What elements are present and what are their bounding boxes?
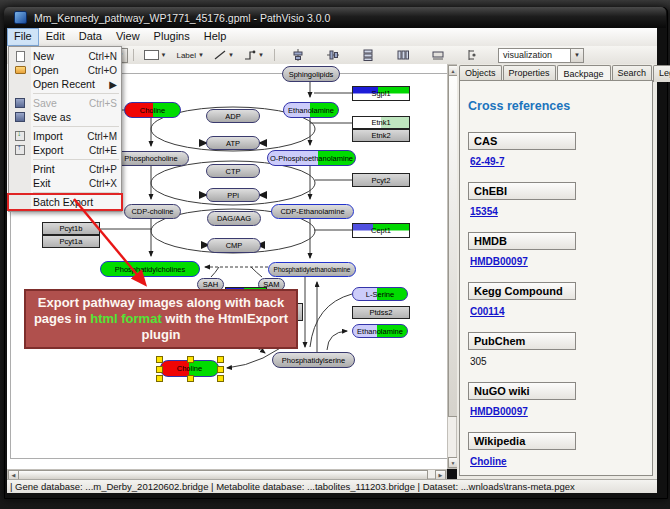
cross-reference-link[interactable]: Choline — [470, 456, 507, 467]
status-text: | Gene database: ...m_Derby_20120602.bri… — [10, 481, 575, 492]
toolbar-separator — [133, 49, 134, 61]
new-document-icon — [16, 51, 25, 62]
cross-reference-link[interactable]: 15354 — [470, 206, 498, 217]
cross-reference-link[interactable]: 62-49-7 — [470, 156, 504, 167]
node-dag-aag[interactable]: DAG/AAG — [207, 211, 261, 226]
node-ethanolamine-top[interactable]: Ethanolamine — [283, 102, 339, 118]
menu-item-save-as[interactable]: Save as — [9, 110, 121, 124]
database-name: NuGO wiki — [468, 382, 576, 400]
cross-reference-section: NuGO wiki HMDB00097 — [468, 381, 644, 417]
menu-plugins[interactable]: Plugins — [147, 28, 197, 46]
desktop: Mm_Kennedy_pathway_WP1771_45176.gpml - P… — [0, 0, 670, 509]
gene-pcyt1a[interactable]: Pcyt1a — [42, 235, 100, 248]
database-id: HMDB00097 — [470, 256, 644, 267]
gene-pcyt2[interactable]: Pcyt2 — [352, 173, 410, 187]
menu-item-open-recent[interactable]: Open Recent ▶ — [9, 77, 121, 91]
menu-item-label: Export — [31, 144, 89, 156]
gene-sgpl1[interactable]: Sgpl1 — [352, 86, 410, 101]
visualization-combobox[interactable]: visualization ▼ — [498, 48, 584, 63]
selection-mode-button[interactable] — [463, 47, 481, 64]
vertical-scrollbar[interactable]: ▲ ▼ — [447, 64, 457, 469]
selection-handle[interactable] — [156, 375, 163, 382]
horizontal-scrollbar[interactable]: ◀ ▶ — [7, 469, 447, 479]
node-sphingolipids[interactable]: Sphingolipids — [282, 66, 340, 82]
menu-item-exit[interactable]: Exit Ctrl+X — [9, 176, 121, 190]
menu-item-batch-export[interactable]: Batch Export — [9, 195, 121, 209]
node-atp[interactable]: ATP — [206, 136, 260, 150]
selection-handle[interactable] — [187, 356, 194, 363]
node-cdp-ethanolamine[interactable]: CDP-Ethanolamine — [271, 204, 354, 219]
line-icon — [214, 50, 226, 60]
selection-handle[interactable] — [217, 356, 224, 363]
node-phosphatidylethanolamine[interactable]: Phosphatidylethanolamine — [268, 262, 356, 277]
menu-item-shortcut: Ctrl+N — [88, 51, 117, 62]
node-ethanolamine-bottom[interactable]: Ethanolamine — [352, 324, 408, 338]
database-name: Kegg Compound — [468, 282, 576, 300]
datanode-icon — [144, 50, 159, 60]
menu-item-export[interactable]: Export Ctrl+E — [9, 143, 121, 157]
stack-vertical-button[interactable] — [358, 47, 378, 64]
selection-handle[interactable] — [217, 375, 224, 382]
menu-item-label: New — [31, 50, 88, 62]
common-size-button[interactable] — [428, 47, 448, 64]
node-ppi[interactable]: PPi — [206, 188, 260, 202]
menu-item-label: Batch Export — [31, 196, 117, 208]
menu-item-open[interactable]: Open Ctrl+O — [9, 63, 121, 77]
node-phosphocholine[interactable]: Phosphocholine — [113, 151, 189, 166]
window-title: Mm_Kennedy_pathway_WP1771_45176.gpml - P… — [34, 12, 330, 24]
draw-connector-button[interactable]: ▼ — [240, 47, 268, 64]
node-adp[interactable]: ADP — [206, 109, 260, 123]
cross-reference-link[interactable]: HMDB00097 — [470, 256, 528, 267]
menu-item-save[interactable]: Save Ctrl+S — [9, 96, 121, 110]
align-vertical-center-button[interactable] — [288, 47, 308, 64]
cross-reference-section: ChEBI 15354 — [468, 181, 644, 217]
align-horizontal-center-button[interactable] — [323, 47, 343, 64]
menu-edit[interactable]: Edit — [39, 28, 72, 46]
database-id: 305 — [470, 356, 644, 367]
menu-item-label: Open Recent — [31, 78, 109, 90]
node-o-phosphoethanolamine[interactable]: O-Phosphoethanolamine — [267, 150, 356, 166]
selection-handle[interactable] — [187, 375, 194, 382]
title-bar[interactable]: Mm_Kennedy_pathway_WP1771_45176.gpml - P… — [4, 7, 666, 28]
gene-cept1[interactable]: Cept1 — [352, 223, 410, 238]
gene-ptdss2[interactable]: Ptdss2 — [352, 306, 410, 319]
cross-reference-section: PubChem 305 — [468, 331, 644, 367]
gene-etnk1[interactable]: Etnk1 — [352, 116, 410, 129]
menu-item-print[interactable]: Print Ctrl+P — [9, 162, 121, 176]
tab-legend[interactable]: Legend — [653, 65, 670, 82]
node-phosphatidylcholines[interactable]: Phosphatidylcholines — [100, 261, 200, 277]
node-cdp-choline[interactable]: CDP-choline — [124, 204, 181, 219]
selection-handle[interactable] — [156, 366, 163, 373]
visualization-dropdown-icon[interactable]: ▼ — [570, 49, 583, 62]
align-horizontal-center-icon — [327, 49, 339, 61]
gene-pcyt1b[interactable]: Pcyt1b — [42, 222, 100, 235]
menu-item-shortcut: Ctrl+O — [88, 65, 117, 76]
menu-file[interactable]: File — [7, 28, 39, 46]
menu-help[interactable]: Help — [197, 28, 234, 46]
node-choline-top[interactable]: Choline — [124, 102, 181, 118]
selection-handle[interactable] — [156, 356, 163, 363]
node-ctp[interactable]: CTP — [206, 164, 260, 178]
label-button-text: Label — [176, 51, 196, 60]
menu-view[interactable]: View — [109, 28, 147, 46]
toolbar-separator — [274, 49, 275, 61]
menu-item-new[interactable]: New Ctrl+N — [9, 49, 121, 63]
menu-data[interactable]: Data — [72, 28, 109, 46]
cross-reference-link[interactable]: C00114 — [470, 306, 504, 317]
node-l-serine[interactable]: L-Serine — [352, 287, 408, 301]
selection-handle[interactable] — [217, 366, 224, 373]
draw-line-button[interactable]: ▼ — [210, 47, 238, 64]
database-id: Choline — [470, 456, 644, 467]
gene-etnk2[interactable]: Etnk2 — [352, 129, 410, 142]
node-cmp[interactable]: CMP — [207, 238, 261, 253]
cross-reference-link[interactable]: HMDB00097 — [470, 406, 528, 417]
menu-item-label: Print — [31, 163, 89, 175]
stack-horizontal-button[interactable] — [393, 47, 413, 64]
add-datanode-button[interactable]: ▼ — [140, 47, 171, 64]
menu-item-import[interactable]: Import Ctrl+M — [9, 129, 121, 143]
status-bar: | Gene database: ...m_Derby_20120602.bri… — [7, 479, 657, 493]
add-label-button[interactable]: Label ▼ — [172, 47, 208, 64]
selection-icon — [467, 49, 477, 61]
file-menu: New Ctrl+N Open Ctrl+O Open Recent ▶ Sav… — [8, 46, 122, 212]
node-phosphatidylserine[interactable]: Phosphatidylserine — [272, 352, 355, 368]
